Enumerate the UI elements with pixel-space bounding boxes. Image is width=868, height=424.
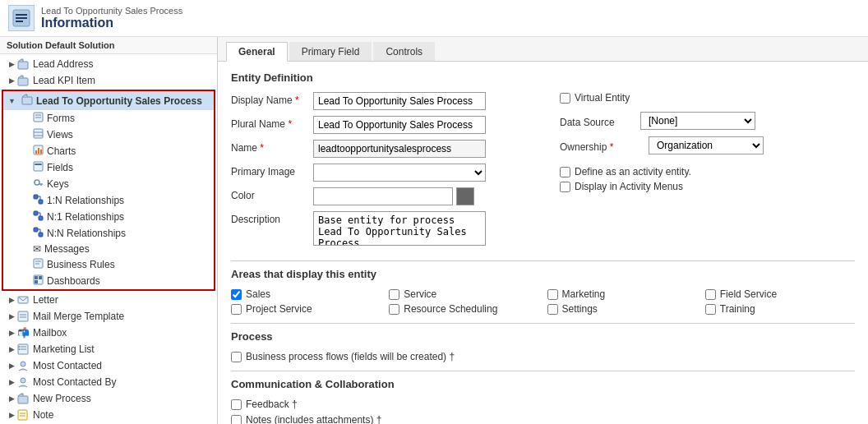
- display-name-input-wrapper: Lead To Opportunity Sales Process: [313, 92, 527, 110]
- color-controls: [313, 187, 527, 205]
- notes-label: Notes (includes attachments) †: [246, 414, 381, 424]
- sidebar-tree[interactable]: ▶ Lead Address ▶ Lead KPI Item: [0, 54, 217, 424]
- sidebar-item-mailbox[interactable]: ▶ 📬 Mailbox: [0, 325, 217, 341]
- svg-rect-22: [34, 195, 38, 199]
- area-project-service: Project Service: [231, 303, 381, 315]
- sidebar-item-lead-opp-sales[interactable]: ▼ Lead To Opportunity Sales Process: [3, 91, 214, 110]
- sidebar-item-keys[interactable]: Keys: [3, 176, 214, 192]
- sidebar-item-nn-rel[interactable]: N:N Relationships: [3, 225, 214, 242]
- display-activity-row: Display in Activity Menus: [560, 181, 855, 192]
- virtual-entity-checkbox[interactable]: [560, 93, 570, 104]
- display-activity-checkbox[interactable]: [560, 182, 570, 192]
- sidebar-item-mail-merge[interactable]: ▶ Mail Merge Template: [0, 308, 217, 325]
- sidebar-item-1n-rel[interactable]: 1:N Relationships: [3, 192, 214, 209]
- svg-rect-53: [18, 410, 27, 420]
- plural-name-input[interactable]: Lead To Opportunity Sales Process: [313, 116, 486, 134]
- sidebar-item-forms[interactable]: Forms: [3, 110, 214, 127]
- color-text-input[interactable]: [313, 187, 453, 205]
- mailbox-icon: 📬: [16, 326, 30, 339]
- svg-rect-15: [38, 148, 39, 154]
- sidebar-item-new-process[interactable]: ▶ New Process: [0, 390, 217, 407]
- svg-point-51: [21, 378, 25, 383]
- tab-controls[interactable]: Controls: [373, 42, 435, 61]
- sidebar-item-fields[interactable]: Fields: [3, 159, 214, 176]
- sidebar-item-most-contacted-by[interactable]: ▶ Most Contacted By: [0, 374, 217, 390]
- sidebar-item-letter[interactable]: ▶ Letter: [0, 292, 217, 308]
- svg-rect-6: [22, 97, 32, 104]
- sidebar-item-lead-address[interactable]: ▶ Lead Address: [0, 56, 217, 72]
- feedback-label: Feedback †: [246, 399, 298, 410]
- sidebar-item-views[interactable]: Views: [3, 127, 214, 143]
- area-marketing-checkbox[interactable]: [547, 289, 558, 300]
- svg-rect-4: [18, 62, 28, 69]
- sidebar-label: Lead Address: [33, 58, 93, 70]
- name-input[interactable]: leadtoopportunitysalesprocess: [313, 140, 486, 158]
- sidebar-item-note[interactable]: ▶ Note: [0, 407, 217, 423]
- tab-general[interactable]: General: [226, 42, 288, 62]
- letter-icon: [16, 293, 30, 306]
- sidebar-item-n1-rel[interactable]: N:1 Relationships: [3, 209, 214, 225]
- display-name-input[interactable]: Lead To Opportunity Sales Process: [313, 92, 486, 110]
- svg-rect-10: [34, 129, 43, 138]
- folder-icon: [16, 74, 30, 87]
- svg-rect-42: [18, 311, 28, 321]
- plural-name-row: Plural Name * Lead To Opportunity Sales …: [231, 116, 527, 134]
- name-label: Name *: [231, 140, 313, 154]
- area-field-service-checkbox[interactable]: [705, 289, 716, 300]
- areas-title: Areas that display this entity: [231, 268, 855, 280]
- sidebar-item-charts[interactable]: Charts: [3, 143, 214, 159]
- plural-name-label: Plural Name *: [231, 116, 313, 130]
- sidebar-item-lead-kpi[interactable]: ▶ Lead KPI Item: [0, 72, 217, 89]
- tab-primary-field[interactable]: Primary Field: [289, 42, 372, 61]
- area-service-checkbox[interactable]: [389, 289, 399, 300]
- bpf-checkbox[interactable]: [231, 352, 242, 362]
- feedback-checkbox[interactable]: [231, 399, 242, 410]
- svg-rect-14: [35, 150, 37, 154]
- sidebar-item-most-contacted[interactable]: ▶ Most Contacted: [0, 357, 217, 374]
- ownership-select[interactable]: Organization: [649, 136, 764, 154]
- note-icon: [16, 408, 30, 422]
- divider-3: [231, 371, 855, 371]
- arrow-icon: ▶: [7, 394, 16, 403]
- folder-icon: [16, 58, 30, 71]
- svg-rect-3: [16, 21, 23, 22]
- dashboards-icon: [33, 274, 44, 288]
- name-row: Name * leadtoopportunitysalesprocess: [231, 140, 527, 158]
- sidebar-item-marketing-list[interactable]: ▶ Marketing List: [0, 341, 217, 357]
- area-sales-checkbox[interactable]: [231, 289, 242, 300]
- svg-rect-31: [39, 233, 43, 237]
- area-settings-checkbox[interactable]: [547, 304, 558, 315]
- area-project-service-checkbox[interactable]: [231, 304, 242, 315]
- sidebar-section-title: Solution Default Solution: [0, 37, 217, 54]
- sidebar-item-business-rules[interactable]: Business Rules: [3, 256, 214, 273]
- color-label: Color: [231, 187, 313, 201]
- sidebar-label: Most Contacted: [33, 360, 102, 371]
- primary-image-select[interactable]: [313, 164, 486, 182]
- arrow-icon: ▶: [7, 377, 16, 387]
- areas-grid: Sales Service Marketing Field Servi: [231, 288, 855, 315]
- area-resource-scheduling-label: Resource Scheduling: [404, 303, 497, 315]
- sidebar-item-messages[interactable]: ✉ Messages: [3, 242, 214, 256]
- data-source-select[interactable]: [None]: [640, 112, 755, 130]
- sidebar-label: N:1 Relationships: [47, 211, 124, 223]
- sidebar-label: Lead KPI Item: [33, 75, 95, 86]
- sidebar-item-dashboards[interactable]: Dashboards: [3, 273, 214, 289]
- area-field-service: Field Service: [705, 288, 855, 300]
- right-form: Virtual Entity Data Source [None] Owners…: [535, 92, 855, 254]
- process-section: Process Business process flows (fields w…: [231, 330, 855, 362]
- area-training-checkbox[interactable]: [705, 304, 716, 315]
- header-breadcrumb: Lead To Opportunity Sales Process: [41, 6, 182, 16]
- area-training: Training: [705, 303, 855, 315]
- contacts-icon: [16, 359, 30, 372]
- area-resource-scheduling: Resource Scheduling: [389, 303, 538, 315]
- define-activity-checkbox[interactable]: [560, 167, 570, 177]
- name-input-wrapper: leadtoopportunitysalesprocess: [313, 140, 527, 158]
- notes-checkbox[interactable]: [231, 415, 242, 425]
- bpf-row: Business process flows (fields will be c…: [231, 351, 855, 362]
- color-swatch[interactable]: [456, 187, 474, 205]
- area-resource-scheduling-checkbox[interactable]: [389, 304, 399, 315]
- sidebar-label: Charts: [47, 145, 76, 157]
- tabs-bar: General Primary Field Controls: [218, 37, 868, 62]
- svg-rect-17: [34, 162, 43, 171]
- description-textarea[interactable]: Base entity for process Lead To Opportun…: [313, 211, 486, 246]
